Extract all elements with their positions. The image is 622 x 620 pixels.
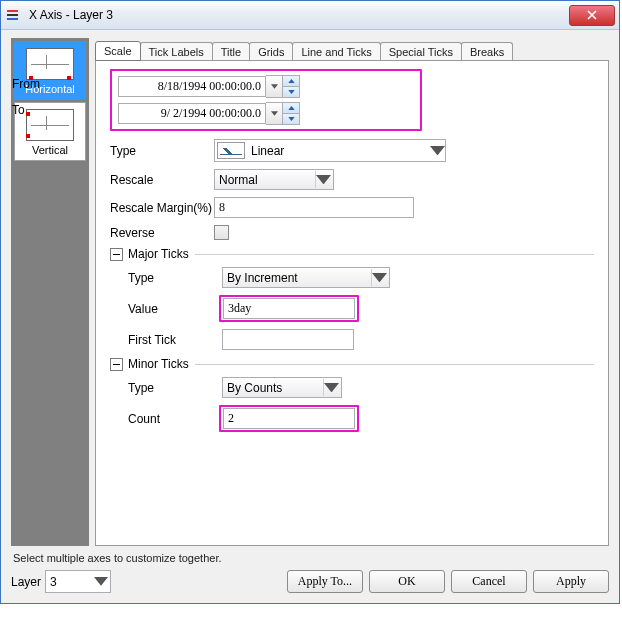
chevron-down-icon [372,273,387,282]
cancel-button[interactable]: Cancel [451,570,527,593]
rescale-combo[interactable]: Normal [214,169,334,190]
type-label: Type [110,144,214,158]
linear-scale-icon [217,142,245,159]
to-spinner[interactable] [283,102,300,125]
layer-label: Layer [11,575,41,589]
minor-count-input[interactable] [223,408,355,429]
tab-special-ticks[interactable]: Special Ticks [380,42,462,61]
rescale-value: Normal [219,173,315,187]
tab-body-scale: From To [95,60,609,546]
close-icon [587,10,597,20]
minor-type-combo[interactable]: By Counts [222,377,342,398]
minor-type-label: Type [128,381,222,395]
major-value-input[interactable] [223,298,355,319]
tab-title[interactable]: Title [212,42,250,61]
from-dropdown-button[interactable] [266,75,283,98]
footer: Layer 3 Apply To... OK Cancel Apply [11,570,609,593]
major-type-value: By Increment [227,271,371,285]
rescale-label: Rescale [110,173,214,187]
from-spinner[interactable] [283,75,300,98]
first-tick-label: First Tick [128,333,222,347]
reverse-checkbox[interactable] [214,225,229,240]
minor-type-value: By Counts [227,381,323,395]
chevron-down-icon [94,577,108,586]
rescale-margin-label: Rescale Margin(%) [110,201,214,215]
axis-thumb-vertical-icon [26,109,74,141]
layer-select[interactable]: 3 [45,570,111,593]
window-title: X Axis - Layer 3 [29,8,569,22]
tabstrip: Scale Tick Labels Title Grids Line and T… [95,38,609,60]
minor-count-label: Count [128,412,222,426]
app-icon [7,7,23,23]
chevron-up-icon [288,79,295,83]
major-type-combo[interactable]: By Increment [222,267,390,288]
from-input[interactable] [118,76,266,97]
help-text: Select multiple axes to customize togeth… [13,552,609,564]
axis-thumb-horizontal-icon [26,48,74,80]
chevron-up-icon [288,106,295,110]
rescale-margin-input[interactable] [214,197,414,218]
chevron-down-icon [430,146,445,155]
major-value-highlight [219,295,359,322]
first-tick-input[interactable] [222,329,354,350]
reverse-label: Reverse [110,226,214,240]
sidebar-item-label: Vertical [17,144,83,156]
chevron-down-icon [316,175,331,184]
dialog-window: X Axis - Layer 3 Horizontal Vertical [0,0,620,604]
major-ticks-legend: Major Ticks [128,247,189,261]
scale-type-value: Linear [251,144,430,158]
collapse-toggle-icon[interactable] [110,248,123,261]
layer-value: 3 [50,575,94,589]
ok-button[interactable]: OK [369,570,445,593]
tab-breaks[interactable]: Breaks [461,42,513,61]
chevron-down-icon [288,90,295,94]
close-button[interactable] [569,5,615,26]
major-value-label: Value [128,302,222,316]
collapse-toggle-icon[interactable] [110,358,123,371]
minor-ticks-group: Minor Ticks Type By Counts Count [110,357,594,432]
tab-grids[interactable]: Grids [249,42,293,61]
chevron-down-icon [271,84,278,89]
chevron-down-icon [288,117,295,121]
apply-to-button[interactable]: Apply To... [287,570,363,593]
major-type-label: Type [128,271,222,285]
tab-tick-labels[interactable]: Tick Labels [140,42,213,61]
tab-scale[interactable]: Scale [95,41,141,61]
to-dropdown-button[interactable] [266,102,283,125]
client-area: Horizontal Vertical Scale Tick Labels Ti… [1,30,619,603]
chevron-down-icon [271,111,278,116]
minor-count-highlight [219,405,359,432]
from-label: From [12,77,40,91]
to-label: To [12,103,25,117]
sidebar-item-horizontal[interactable]: Horizontal [14,41,86,100]
scale-type-combo[interactable]: Linear [214,139,446,162]
major-ticks-group: Major Ticks Type By Increment Value [110,247,594,350]
chevron-down-icon [324,383,339,392]
from-to-highlight: From To [110,69,422,131]
apply-button[interactable]: Apply [533,570,609,593]
titlebar: X Axis - Layer 3 [1,1,619,30]
tab-line-and-ticks[interactable]: Line and Ticks [292,42,380,61]
minor-ticks-legend: Minor Ticks [128,357,189,371]
to-input[interactable] [118,103,266,124]
